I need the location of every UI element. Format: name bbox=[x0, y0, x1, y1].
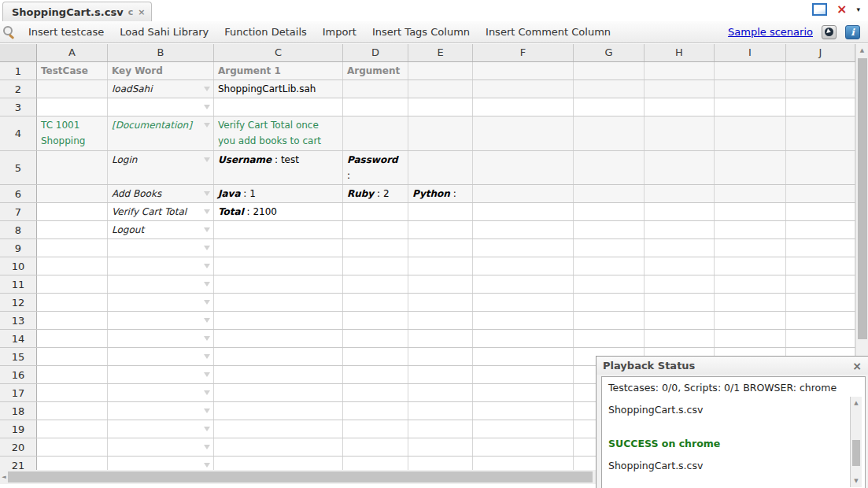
select-all-corner[interactable] bbox=[0, 44, 37, 61]
grid-cell-C5[interactable]: Username : test bbox=[214, 151, 343, 184]
grid-cell-J4[interactable] bbox=[786, 116, 855, 150]
grid-cell-D20[interactable] bbox=[343, 438, 408, 456]
keyword-dropdown-icon[interactable] bbox=[204, 191, 210, 196]
grid-cell-A10[interactable] bbox=[37, 257, 108, 275]
grid-cell-C17[interactable] bbox=[214, 384, 343, 401]
grid-cell-F18[interactable] bbox=[473, 402, 574, 420]
grid-cell-F3[interactable] bbox=[473, 98, 574, 116]
grid-cell-J5[interactable] bbox=[786, 151, 855, 184]
grid-cell-F7[interactable] bbox=[473, 203, 574, 220]
row-header-12[interactable]: 12 bbox=[0, 294, 37, 311]
scroll-up-icon[interactable]: ▲ bbox=[856, 44, 868, 57]
run-in-browser-icon[interactable] bbox=[822, 25, 837, 39]
grid-cell-J14[interactable] bbox=[786, 330, 855, 347]
grid-cell-J2[interactable] bbox=[786, 80, 855, 98]
row-header-18[interactable]: 18 bbox=[0, 402, 37, 420]
grid-cell-A8[interactable] bbox=[37, 221, 108, 238]
grid-cell-A13[interactable] bbox=[37, 312, 108, 329]
grid-cell-F4[interactable] bbox=[473, 116, 574, 150]
grid-cell-D18[interactable] bbox=[343, 402, 408, 420]
grid-cell-F17[interactable] bbox=[473, 384, 574, 401]
grid-cell-E20[interactable] bbox=[408, 438, 473, 456]
grid-cell-F19[interactable] bbox=[473, 420, 574, 438]
scroll-left-icon[interactable]: ◄ bbox=[0, 470, 8, 484]
row-header-9[interactable]: 9 bbox=[0, 239, 37, 257]
grid-cell-C12[interactable] bbox=[214, 294, 343, 311]
grid-cell-C11[interactable] bbox=[214, 275, 343, 293]
grid-cell-I9[interactable] bbox=[715, 239, 786, 257]
grid-cell-D10[interactable] bbox=[343, 257, 408, 275]
menu-item-insert-tags-column[interactable]: Insert Tags Column bbox=[364, 26, 478, 38]
row-header-17[interactable]: 17 bbox=[0, 384, 37, 401]
grid-cell-G1[interactable] bbox=[574, 62, 645, 79]
grid-cell-F20[interactable] bbox=[473, 438, 574, 456]
tab-shoppingcart-csv[interactable]: ShoppingCart.s.csv c × bbox=[2, 2, 152, 21]
grid-cell-C7[interactable]: Total : 2100 bbox=[214, 203, 343, 220]
grid-cell-E1[interactable] bbox=[408, 62, 473, 79]
keyword-dropdown-icon[interactable] bbox=[204, 264, 210, 268]
grid-cell-F1[interactable] bbox=[473, 62, 574, 79]
grid-cell-B14[interactable] bbox=[108, 330, 214, 347]
grid-cell-A19[interactable] bbox=[37, 420, 108, 438]
grid-cell-C15[interactable] bbox=[214, 348, 343, 365]
grid-cell-H5[interactable] bbox=[645, 151, 715, 184]
grid-cell-H4[interactable] bbox=[645, 116, 715, 150]
menu-item-insert-testcase[interactable]: Insert testcase bbox=[20, 26, 112, 38]
keyword-dropdown-icon[interactable] bbox=[204, 390, 210, 395]
column-header-I[interactable]: I bbox=[715, 44, 786, 61]
menu-item-import[interactable]: Import bbox=[315, 26, 364, 38]
grid-cell-A16[interactable] bbox=[37, 366, 108, 383]
column-header-G[interactable]: G bbox=[574, 44, 645, 61]
horizontal-scrollbar[interactable]: ◄ bbox=[0, 470, 596, 484]
grid-cell-B3[interactable] bbox=[108, 98, 214, 116]
grid-cell-B18[interactable] bbox=[108, 402, 214, 420]
grid-cell-A20[interactable] bbox=[37, 438, 108, 456]
grid-cell-H13[interactable] bbox=[645, 312, 715, 329]
grid-cell-B15[interactable] bbox=[108, 348, 214, 365]
column-header-C[interactable]: C bbox=[214, 44, 343, 61]
grid-cell-F15[interactable] bbox=[473, 348, 574, 365]
grid-cell-G12[interactable] bbox=[574, 294, 645, 311]
grid-cell-G8[interactable] bbox=[574, 221, 645, 238]
grid-cell-E6[interactable]: Python : 4 bbox=[408, 185, 473, 202]
row-header-10[interactable]: 10 bbox=[0, 257, 37, 275]
grid-cell-E19[interactable] bbox=[408, 420, 473, 438]
menu-item-insert-comment-column[interactable]: Insert Comment Column bbox=[478, 26, 619, 38]
playback-scroll-thumb[interactable] bbox=[852, 440, 860, 466]
grid-cell-I14[interactable] bbox=[715, 330, 786, 347]
grid-cell-D1[interactable]: Argument 2 bbox=[343, 62, 408, 79]
grid-cell-C18[interactable] bbox=[214, 402, 343, 420]
grid-cell-C8[interactable] bbox=[214, 221, 343, 238]
grid-cell-C13[interactable] bbox=[214, 312, 343, 329]
grid-cell-J1[interactable] bbox=[786, 62, 855, 79]
keyword-dropdown-icon[interactable] bbox=[204, 336, 210, 341]
vertical-scroll-thumb[interactable] bbox=[858, 58, 867, 339]
window-close-icon[interactable]: × bbox=[837, 3, 847, 16]
keyword-dropdown-icon[interactable] bbox=[204, 246, 210, 250]
grid-cell-A2[interactable] bbox=[37, 80, 108, 98]
row-header-15[interactable]: 15 bbox=[0, 348, 37, 365]
grid-cell-F12[interactable] bbox=[473, 294, 574, 311]
grid-cell-D16[interactable] bbox=[343, 366, 408, 383]
grid-cell-H3[interactable] bbox=[645, 98, 715, 116]
grid-cell-A15[interactable] bbox=[37, 348, 108, 365]
menu-item-function-details[interactable]: Function Details bbox=[216, 26, 315, 38]
grid-cell-A12[interactable] bbox=[37, 294, 108, 311]
column-header-E[interactable]: E bbox=[408, 44, 473, 61]
grid-cell-D8[interactable] bbox=[343, 221, 408, 238]
grid-cell-G6[interactable] bbox=[574, 185, 645, 202]
tab-refresh-icon[interactable]: c bbox=[128, 8, 134, 17]
grid-cell-B16[interactable] bbox=[108, 366, 214, 383]
sample-scenario-link[interactable]: Sample scenario bbox=[728, 26, 813, 38]
grid-cell-E4[interactable] bbox=[408, 116, 473, 150]
grid-cell-G2[interactable] bbox=[574, 80, 645, 98]
grid-cell-H2[interactable] bbox=[645, 80, 715, 98]
row-header-5[interactable]: 5 bbox=[0, 151, 37, 184]
grid-cell-D12[interactable] bbox=[343, 294, 408, 311]
grid-cell-E3[interactable] bbox=[408, 98, 473, 116]
keyword-dropdown-icon[interactable] bbox=[204, 409, 210, 413]
grid-cell-D14[interactable] bbox=[343, 330, 408, 347]
grid-cell-D15[interactable] bbox=[343, 348, 408, 365]
grid-cell-E8[interactable] bbox=[408, 221, 473, 238]
grid-cell-A11[interactable] bbox=[37, 275, 108, 293]
